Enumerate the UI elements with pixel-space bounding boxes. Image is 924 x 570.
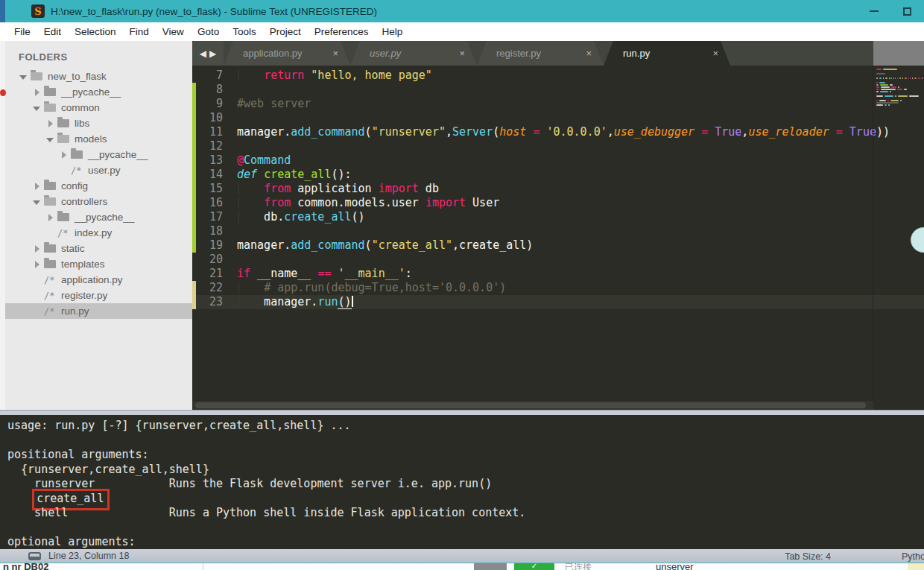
menu-tools[interactable]: Tools [226,24,263,39]
code-line-10[interactable]: 10 [192,111,924,125]
tree-item-templates[interactable]: templates [5,256,192,272]
minimap-segment [897,89,902,90]
panel-divider[interactable] [0,410,924,415]
tree-item-controllers[interactable]: controllers [5,194,192,209]
code-line-21[interactable]: 21if __name__ == '__main__': [192,267,924,281]
folder-icon [57,119,69,127]
tree-item-user-py[interactable]: /*user.py [5,162,192,178]
syntax-indicator[interactable]: Python [902,551,924,562]
menu-goto[interactable]: Goto [191,24,226,39]
tab-user-py[interactable]: user.py× [350,41,477,66]
tab-bar: ◀ ▶ application.py×user.py×register.py×r… [192,41,924,66]
code-line-23[interactable]: 23 manager.run() [192,295,924,309]
code-line-20[interactable]: 20 [192,253,924,267]
code-line-19[interactable]: 19manager.add_command("create_all",creat… [192,238,924,253]
tree-item-register-py[interactable]: /*register.py [5,288,192,303]
disclosure-down-icon[interactable] [32,104,41,113]
menu-help[interactable]: Help [376,24,410,39]
menu-project[interactable]: Project [263,24,308,39]
code-token [237,69,264,82]
code-token: ( [365,125,372,139]
minimap-line [876,91,923,92]
line-text: def create_all(): [237,168,352,182]
disclosure-right-icon[interactable] [32,244,41,253]
tree-item-libs[interactable]: libs [5,115,192,131]
disclosure-right-icon[interactable] [32,182,41,191]
minimap-line [876,84,923,86]
tree-item-application-py[interactable]: /*application.py [5,272,192,288]
minimap-segment [890,77,892,79]
code-token: host [499,125,526,139]
tab-run-py[interactable]: run.py× [604,41,730,66]
disclosure-right-icon[interactable] [45,119,54,128]
code-line-11[interactable]: 11manager.add_command("runserver",Server… [192,125,924,139]
minimize-button[interactable] [857,0,890,22]
disclosure-down-icon[interactable] [45,135,54,144]
tree-item-common[interactable]: common [5,100,192,115]
line-number: 13 [196,153,223,168]
menu-view[interactable]: View [156,24,191,39]
tree-item--pycache-[interactable]: __pycache__ [5,147,192,162]
code-line-22[interactable]: 22 # app.run(debug=True,host='0.0.0.0') [192,281,924,295]
tab-label: user.py [370,48,401,59]
tree-item-static[interactable]: static [5,241,192,256]
horizontal-scrollbar[interactable] [192,401,873,410]
horizontal-scrollbar-thumb[interactable] [195,402,866,408]
code-line-18[interactable]: 18 [192,224,924,238]
code-token: __name__ [250,267,317,280]
tab-size-indicator[interactable]: Tab Size: 4 [785,551,831,562]
code-line-14[interactable]: 14def create_all(): [192,168,924,182]
tree-item-new-to-flask[interactable]: new_to_flask [5,69,192,84]
code-token: use_reloader [748,125,829,139]
tab-register-py[interactable]: register.py× [477,41,604,66]
tree-item-label: user.py [88,165,121,176]
code-token: "runserver" [372,125,446,139]
minimap-segment [876,89,879,90]
menu-edit[interactable]: Edit [37,24,68,39]
code-line-12[interactable]: 12 [192,139,924,153]
code-line-16[interactable]: 16 from common.models.user import User [192,196,924,210]
tab-scroll-arrows[interactable]: ◀ ▶ [192,41,224,66]
panel-toggle-icon[interactable] [28,552,41,560]
menu-selection[interactable]: Selection [68,24,123,39]
tree-item-config[interactable]: config [5,178,192,194]
tree-item-models[interactable]: models [5,131,192,147]
menu-find[interactable]: Find [123,24,156,39]
disclosure-right-icon[interactable] [32,260,41,269]
tab-close-icon[interactable]: × [584,48,593,59]
build-output-panel[interactable]: usage: run.py [-?] {runserver,create_all… [0,415,924,549]
code-line-8[interactable]: 8 [192,83,924,97]
minimap[interactable] [873,67,924,107]
cursor-position: Line 23, Column 18 [48,551,129,561]
tree-item--pycache-[interactable]: __pycache__ [5,84,192,100]
tab-scroll-right-icon[interactable]: ▶ [209,48,216,59]
console-text: {runserver,create_all,shell} [7,463,209,476]
title-bar: S H:\new_to_flask\run.py (new_to_flask) … [0,0,924,22]
code-line-17[interactable]: 17 db.create_all() [192,210,924,224]
minimap-segment [885,104,887,106]
tab-close-icon[interactable]: × [711,48,720,59]
disclosure-right-icon[interactable] [45,213,54,222]
tab-close-icon[interactable]: × [331,48,340,59]
maximize-button[interactable] [890,0,924,22]
code-view[interactable]: 7 return "hello, home page"89#web server… [192,66,924,401]
code-line-9[interactable]: 9#web server [192,97,924,111]
disclosure-right-icon[interactable] [32,88,41,97]
tree-item-run-py[interactable]: /*run.py [5,303,192,319]
tree-item--pycache-[interactable]: __pycache__ [5,209,192,225]
minimap-segment [881,89,896,90]
code-line-13[interactable]: 13@Command [192,153,924,168]
tab-scroll-left-icon[interactable]: ◀ [200,48,206,59]
disclosure-right-icon[interactable] [59,151,68,159]
code-line-7[interactable]: 7 return "hello, home page" [192,69,924,83]
disclosure-down-icon[interactable] [19,72,28,81]
code-token: ( [365,238,372,252]
tree-item-index-py[interactable]: /*index.py [5,225,192,241]
tab-application-py[interactable]: application.py× [224,41,350,66]
menu-preferences[interactable]: Preferences [308,24,376,39]
disclosure-down-icon[interactable] [32,197,41,206]
code-line-15[interactable]: 15 from application import db [192,182,924,196]
menu-file[interactable]: File [7,24,37,39]
tab-close-icon[interactable]: × [458,48,466,59]
console-line: positional arguments: [7,448,924,463]
